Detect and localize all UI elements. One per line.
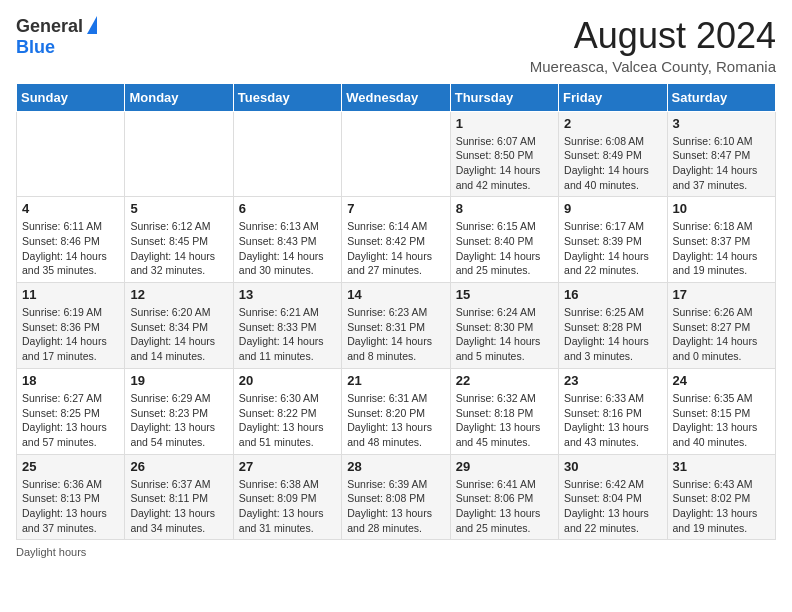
- calendar-cell: 28Sunrise: 6:39 AMSunset: 8:08 PMDayligh…: [342, 454, 450, 540]
- main-title: August 2024: [530, 16, 776, 56]
- day-number: 8: [456, 201, 553, 216]
- calendar-cell: 22Sunrise: 6:32 AMSunset: 8:18 PMDayligh…: [450, 368, 558, 454]
- day-info: Sunrise: 6:13 AMSunset: 8:43 PMDaylight:…: [239, 219, 336, 278]
- calendar-week-row: 1Sunrise: 6:07 AMSunset: 8:50 PMDaylight…: [17, 111, 776, 197]
- weekday-header-row: SundayMondayTuesdayWednesdayThursdayFrid…: [17, 83, 776, 111]
- logo: General Blue: [16, 16, 97, 58]
- day-info: Sunrise: 6:15 AMSunset: 8:40 PMDaylight:…: [456, 219, 553, 278]
- day-number: 1: [456, 116, 553, 131]
- calendar-cell: 10Sunrise: 6:18 AMSunset: 8:37 PMDayligh…: [667, 197, 775, 283]
- day-number: 13: [239, 287, 336, 302]
- day-number: 21: [347, 373, 444, 388]
- day-number: 4: [22, 201, 119, 216]
- calendar-cell: 15Sunrise: 6:24 AMSunset: 8:30 PMDayligh…: [450, 283, 558, 369]
- day-number: 29: [456, 459, 553, 474]
- day-info: Sunrise: 6:38 AMSunset: 8:09 PMDaylight:…: [239, 477, 336, 536]
- day-number: 15: [456, 287, 553, 302]
- calendar-week-row: 18Sunrise: 6:27 AMSunset: 8:25 PMDayligh…: [17, 368, 776, 454]
- calendar-cell: [17, 111, 125, 197]
- day-info: Sunrise: 6:29 AMSunset: 8:23 PMDaylight:…: [130, 391, 227, 450]
- calendar-cell: 14Sunrise: 6:23 AMSunset: 8:31 PMDayligh…: [342, 283, 450, 369]
- calendar-week-row: 25Sunrise: 6:36 AMSunset: 8:13 PMDayligh…: [17, 454, 776, 540]
- calendar-cell: 3Sunrise: 6:10 AMSunset: 8:47 PMDaylight…: [667, 111, 775, 197]
- footer: Daylight hours: [16, 546, 776, 558]
- day-info: Sunrise: 6:10 AMSunset: 8:47 PMDaylight:…: [673, 134, 770, 193]
- day-info: Sunrise: 6:37 AMSunset: 8:11 PMDaylight:…: [130, 477, 227, 536]
- logo-blue-text: Blue: [16, 37, 55, 58]
- calendar-cell: 30Sunrise: 6:42 AMSunset: 8:04 PMDayligh…: [559, 454, 667, 540]
- day-number: 12: [130, 287, 227, 302]
- day-number: 5: [130, 201, 227, 216]
- day-info: Sunrise: 6:25 AMSunset: 8:28 PMDaylight:…: [564, 305, 661, 364]
- calendar-cell: 7Sunrise: 6:14 AMSunset: 8:42 PMDaylight…: [342, 197, 450, 283]
- day-info: Sunrise: 6:26 AMSunset: 8:27 PMDaylight:…: [673, 305, 770, 364]
- logo-triangle-icon: [87, 16, 97, 34]
- calendar-cell: 17Sunrise: 6:26 AMSunset: 8:27 PMDayligh…: [667, 283, 775, 369]
- day-number: 22: [456, 373, 553, 388]
- calendar-cell: 12Sunrise: 6:20 AMSunset: 8:34 PMDayligh…: [125, 283, 233, 369]
- calendar-cell: 9Sunrise: 6:17 AMSunset: 8:39 PMDaylight…: [559, 197, 667, 283]
- day-info: Sunrise: 6:33 AMSunset: 8:16 PMDaylight:…: [564, 391, 661, 450]
- day-number: 6: [239, 201, 336, 216]
- day-info: Sunrise: 6:11 AMSunset: 8:46 PMDaylight:…: [22, 219, 119, 278]
- day-number: 9: [564, 201, 661, 216]
- calendar-cell: 21Sunrise: 6:31 AMSunset: 8:20 PMDayligh…: [342, 368, 450, 454]
- day-info: Sunrise: 6:14 AMSunset: 8:42 PMDaylight:…: [347, 219, 444, 278]
- calendar-cell: 18Sunrise: 6:27 AMSunset: 8:25 PMDayligh…: [17, 368, 125, 454]
- day-info: Sunrise: 6:08 AMSunset: 8:49 PMDaylight:…: [564, 134, 661, 193]
- day-number: 14: [347, 287, 444, 302]
- day-number: 2: [564, 116, 661, 131]
- calendar-cell: 2Sunrise: 6:08 AMSunset: 8:49 PMDaylight…: [559, 111, 667, 197]
- calendar-table: SundayMondayTuesdayWednesdayThursdayFrid…: [16, 83, 776, 541]
- day-number: 20: [239, 373, 336, 388]
- day-info: Sunrise: 6:42 AMSunset: 8:04 PMDaylight:…: [564, 477, 661, 536]
- subtitle: Muereasca, Valcea County, Romania: [530, 58, 776, 75]
- day-number: 7: [347, 201, 444, 216]
- day-number: 11: [22, 287, 119, 302]
- day-info: Sunrise: 6:24 AMSunset: 8:30 PMDaylight:…: [456, 305, 553, 364]
- day-number: 17: [673, 287, 770, 302]
- weekday-header-thursday: Thursday: [450, 83, 558, 111]
- day-number: 26: [130, 459, 227, 474]
- day-info: Sunrise: 6:07 AMSunset: 8:50 PMDaylight:…: [456, 134, 553, 193]
- day-info: Sunrise: 6:18 AMSunset: 8:37 PMDaylight:…: [673, 219, 770, 278]
- calendar-cell: 31Sunrise: 6:43 AMSunset: 8:02 PMDayligh…: [667, 454, 775, 540]
- title-block: August 2024 Muereasca, Valcea County, Ro…: [530, 16, 776, 75]
- logo-general-text: General: [16, 16, 83, 37]
- day-number: 16: [564, 287, 661, 302]
- weekday-header-sunday: Sunday: [17, 83, 125, 111]
- day-info: Sunrise: 6:21 AMSunset: 8:33 PMDaylight:…: [239, 305, 336, 364]
- day-info: Sunrise: 6:32 AMSunset: 8:18 PMDaylight:…: [456, 391, 553, 450]
- calendar-cell: [125, 111, 233, 197]
- day-info: Sunrise: 6:36 AMSunset: 8:13 PMDaylight:…: [22, 477, 119, 536]
- calendar-cell: 20Sunrise: 6:30 AMSunset: 8:22 PMDayligh…: [233, 368, 341, 454]
- calendar-cell: 1Sunrise: 6:07 AMSunset: 8:50 PMDaylight…: [450, 111, 558, 197]
- day-info: Sunrise: 6:31 AMSunset: 8:20 PMDaylight:…: [347, 391, 444, 450]
- day-info: Sunrise: 6:43 AMSunset: 8:02 PMDaylight:…: [673, 477, 770, 536]
- calendar-cell: 6Sunrise: 6:13 AMSunset: 8:43 PMDaylight…: [233, 197, 341, 283]
- calendar-cell: [233, 111, 341, 197]
- calendar-cell: 25Sunrise: 6:36 AMSunset: 8:13 PMDayligh…: [17, 454, 125, 540]
- daylight-label: Daylight hours: [16, 546, 86, 558]
- calendar-cell: 16Sunrise: 6:25 AMSunset: 8:28 PMDayligh…: [559, 283, 667, 369]
- calendar-body: 1Sunrise: 6:07 AMSunset: 8:50 PMDaylight…: [17, 111, 776, 540]
- day-number: 10: [673, 201, 770, 216]
- calendar-week-row: 11Sunrise: 6:19 AMSunset: 8:36 PMDayligh…: [17, 283, 776, 369]
- weekday-header-monday: Monday: [125, 83, 233, 111]
- calendar-cell: 13Sunrise: 6:21 AMSunset: 8:33 PMDayligh…: [233, 283, 341, 369]
- day-number: 31: [673, 459, 770, 474]
- calendar-cell: 29Sunrise: 6:41 AMSunset: 8:06 PMDayligh…: [450, 454, 558, 540]
- day-info: Sunrise: 6:20 AMSunset: 8:34 PMDaylight:…: [130, 305, 227, 364]
- calendar-cell: [342, 111, 450, 197]
- weekday-header-tuesday: Tuesday: [233, 83, 341, 111]
- day-number: 19: [130, 373, 227, 388]
- day-number: 23: [564, 373, 661, 388]
- day-info: Sunrise: 6:35 AMSunset: 8:15 PMDaylight:…: [673, 391, 770, 450]
- page-header: General Blue August 2024 Muereasca, Valc…: [16, 16, 776, 75]
- day-info: Sunrise: 6:17 AMSunset: 8:39 PMDaylight:…: [564, 219, 661, 278]
- calendar-cell: 8Sunrise: 6:15 AMSunset: 8:40 PMDaylight…: [450, 197, 558, 283]
- calendar-week-row: 4Sunrise: 6:11 AMSunset: 8:46 PMDaylight…: [17, 197, 776, 283]
- calendar-cell: 4Sunrise: 6:11 AMSunset: 8:46 PMDaylight…: [17, 197, 125, 283]
- calendar-cell: 27Sunrise: 6:38 AMSunset: 8:09 PMDayligh…: [233, 454, 341, 540]
- day-info: Sunrise: 6:23 AMSunset: 8:31 PMDaylight:…: [347, 305, 444, 364]
